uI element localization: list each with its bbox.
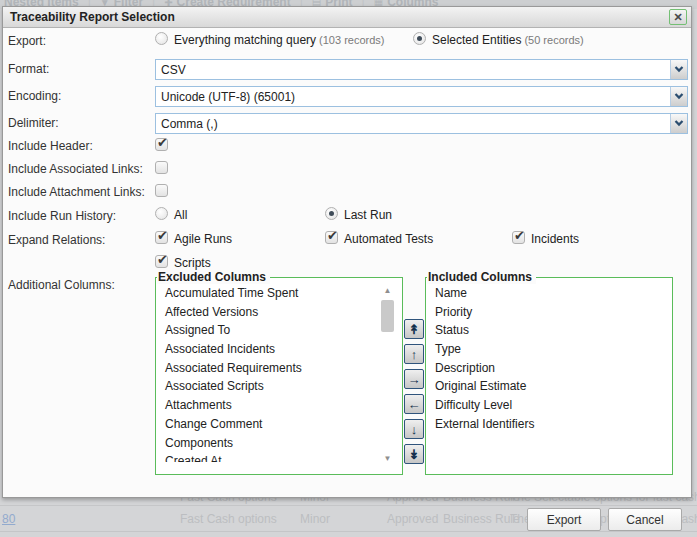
scroll-up-icon[interactable]: ▲ (380, 286, 395, 296)
scripts-checkbox[interactable] (155, 255, 168, 268)
dialog-body: Export: Everything matching query(103 re… (3, 29, 691, 497)
move-to-top-button[interactable]: ↟ (404, 319, 424, 339)
included-column-item[interactable]: External Identifiers (428, 415, 670, 434)
excluded-columns-list[interactable]: Accumulated Time SpentAffected VersionsA… (158, 284, 400, 462)
expand-relations-label: Expand Relations: (8, 233, 105, 247)
move-to-included-button[interactable]: → (404, 369, 424, 389)
include-header-checkbox[interactable] (155, 138, 168, 151)
delimiter-value: Comma (,) (161, 117, 218, 131)
excluded-column-item[interactable]: Associated Incidents (158, 340, 400, 359)
scripts-label: Scripts (174, 256, 211, 270)
excluded-column-item[interactable]: Attachments (158, 396, 400, 415)
delimiter-dropdown[interactable]: Comma (,) (155, 113, 688, 134)
encoding-value: Unicode (UTF-8) (65001) (161, 90, 295, 104)
move-down-button[interactable]: ↓ (404, 419, 424, 439)
automated-tests-label: Automated Tests (344, 232, 433, 246)
included-columns-legend: Included Columns (427, 270, 536, 284)
incidents-label: Incidents (531, 232, 579, 246)
format-label: Format: (8, 62, 49, 76)
excluded-column-item[interactable]: Associated Requirements (158, 359, 400, 378)
encoding-dropdown-button[interactable] (670, 87, 687, 106)
radio-run-history-all[interactable] (155, 207, 168, 220)
include-associated-links-label: Include Associated Links: (8, 162, 143, 176)
incidents-checkbox[interactable] (512, 231, 525, 244)
radio-everything-matching-query[interactable] (155, 32, 168, 45)
excluded-column-item[interactable]: Accumulated Time Spent (158, 284, 400, 303)
delimiter-label: Delimiter: (8, 116, 59, 130)
format-value: CSV (161, 63, 186, 77)
excluded-column-item[interactable]: Components (158, 434, 400, 453)
format-dropdown[interactable]: CSV (155, 59, 688, 80)
export-button[interactable]: Export (527, 508, 601, 531)
radio-selected-entities[interactable] (413, 32, 426, 45)
close-icon: ✕ (673, 12, 682, 23)
include-header-label: Include Header: (8, 139, 93, 153)
agile-runs-checkbox[interactable] (155, 231, 168, 244)
dialog-title: Traceability Report Selection (10, 10, 175, 24)
included-columns-fieldset: Included Columns NamePriorityStatusTypeD… (425, 277, 673, 475)
included-column-item[interactable]: Description (428, 359, 670, 378)
agile-runs-label: Agile Runs (174, 232, 232, 246)
move-up-button[interactable]: ↑ (404, 344, 424, 364)
included-column-item[interactable]: Name (428, 284, 670, 303)
export-label: Export: (8, 34, 46, 48)
encoding-label: Encoding: (8, 89, 61, 103)
excluded-column-item[interactable]: Assigned To (158, 321, 400, 340)
row-id-link: 80 (2, 512, 15, 526)
row-divider (0, 531, 697, 532)
excluded-columns-fieldset: Excluded Columns Accumulated Time SpentA… (155, 277, 403, 475)
traceability-report-dialog: Traceability Report Selection ✕ Export: … (2, 6, 692, 498)
radio-last-run-label: Last Run (344, 208, 392, 222)
excluded-column-item[interactable]: Created At (158, 452, 400, 462)
close-button[interactable]: ✕ (669, 9, 687, 25)
automated-tests-checkbox[interactable] (325, 231, 338, 244)
include-associated-links-checkbox[interactable] (155, 161, 168, 174)
move-to-bottom-button[interactable]: ↡ (404, 444, 424, 464)
included-column-item[interactable]: Status (428, 321, 670, 340)
included-column-item[interactable]: Difficulty Level (428, 396, 670, 415)
excluded-column-item[interactable]: Affected Versions (158, 303, 400, 322)
radio-everything-label: Everything matching query(103 records) (174, 33, 385, 47)
scroll-down-icon[interactable]: ▼ (380, 454, 395, 464)
move-to-excluded-button[interactable]: ← (404, 394, 424, 414)
excluded-column-item[interactable]: Associated Scripts (158, 377, 400, 396)
radio-run-history-last-run[interactable] (325, 207, 338, 220)
scrollbar-thumb[interactable] (381, 300, 394, 332)
excluded-list-scrollbar[interactable]: ▲ ▼ (380, 286, 395, 464)
radio-all-label: All (174, 208, 187, 222)
radio-selected-entities-label: Selected Entities(50 records) (432, 33, 584, 47)
cancel-button[interactable]: Cancel (608, 508, 682, 531)
chevron-down-icon (674, 66, 684, 73)
format-dropdown-button[interactable] (670, 60, 687, 79)
excluded-column-item[interactable]: Change Comment (158, 415, 400, 434)
include-attachment-links-label: Include Attachment Links: (8, 185, 145, 199)
excluded-columns-legend: Excluded Columns (157, 270, 270, 284)
encoding-dropdown[interactable]: Unicode (UTF-8) (65001) (155, 86, 688, 107)
include-run-history-label: Include Run History: (8, 209, 116, 223)
included-column-item[interactable]: Type (428, 340, 670, 359)
chevron-down-icon (674, 93, 684, 100)
included-column-item[interactable]: Priority (428, 303, 670, 322)
delimiter-dropdown-button[interactable] (670, 114, 687, 133)
include-attachment-links-checkbox[interactable] (155, 184, 168, 197)
row-divider (0, 505, 697, 506)
included-column-item[interactable]: Original Estimate (428, 377, 670, 396)
additional-columns-label: Additional Columns: (8, 278, 115, 292)
chevron-down-icon (674, 120, 684, 127)
included-columns-list[interactable]: NamePriorityStatusTypeDescriptionOrigina… (428, 284, 670, 462)
dialog-titlebar: Traceability Report Selection ✕ (3, 7, 691, 28)
